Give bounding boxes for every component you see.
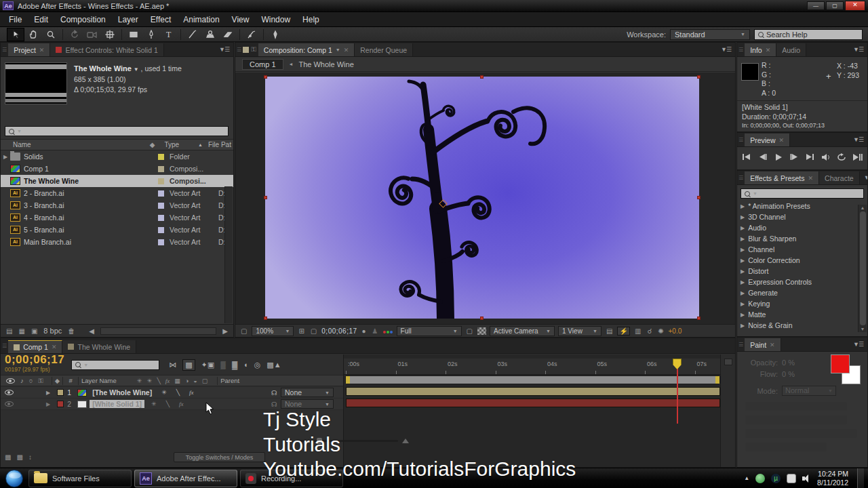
project-item-4-branch-ai[interactable]: Ai4 - Branch.aiVector ArtD: [1,211,233,224]
label-swatch[interactable] [158,239,164,245]
interpret-footage-icon[interactable]: ▤ [6,327,12,335]
toggle-switches-modes-button[interactable]: Toggle Switches / Modes [174,452,265,462]
menu-edit[interactable]: Edit [28,13,54,26]
tab-audio[interactable]: Audio [776,43,806,56]
project-bit-depth[interactable]: 8 bpc [43,327,62,335]
timeline-vscrollbar[interactable] [720,354,735,467]
show-channel-icon[interactable] [383,327,393,335]
loop-button[interactable] [835,151,848,163]
minimize-button[interactable]: — [807,1,825,10]
magnification-dropdown[interactable]: 100%▼ [252,326,294,336]
label-swatch[interactable] [158,178,164,184]
tray-expand-icon[interactable]: ▲ [744,475,749,481]
label-swatch[interactable] [158,154,164,160]
tab-paint[interactable]: Paint✕ [745,338,781,351]
grid-guides-icon[interactable]: ⊞ [297,327,305,335]
panel-menu-icon[interactable]: ▼☰ [215,46,233,53]
collapse-switch[interactable]: ✳ [161,389,167,396]
project-item-main-branch-ai[interactable]: AiMain Branch.aiVector ArtD: [1,236,233,248]
project-scrollbar[interactable] [224,186,233,323]
visibility-toggle[interactable] [5,390,14,395]
composition-viewer[interactable] [235,73,735,324]
selection-handle[interactable] [480,75,484,79]
menu-composition[interactable]: Composition [54,13,112,26]
project-item-2-branch-ai[interactable]: Ai2 - Branch.aiVector ArtD: [1,187,233,199]
first-frame-button[interactable] [740,151,753,163]
reset-exposure-icon[interactable]: ✺ [656,327,665,335]
collapse-switch[interactable]: ✳ [151,401,157,407]
trash-icon[interactable]: 🗑 [68,327,75,335]
last-frame-button[interactable] [804,151,817,163]
camera-dropdown[interactable]: Active Camera▼ [490,326,555,336]
graph-editor-icon[interactable]: ▩▲ [267,361,281,369]
breadcrumb-comp[interactable]: Comp 1 [242,59,283,70]
exposure-value[interactable]: +0.0 [669,327,682,335]
tab-info[interactable]: Info✕ [745,43,776,56]
effects-category-audio[interactable]: ▶Audio [737,222,867,233]
layer-name-column[interactable]: Layer Name [81,377,117,384]
flowchart-icon[interactable]: ☌ [646,327,653,335]
timeline-search[interactable]: ▼ [71,360,159,370]
fast-preview-icon[interactable]: ⚡ [617,327,629,336]
timeline-button-icon[interactable]: ▥ [633,327,642,335]
hand-tool[interactable] [24,28,42,41]
tab-effect-controls[interactable]: Effect Controls: White Solid 1 [50,43,163,56]
twirl-icon[interactable]: ▶ [741,236,745,242]
tab-timeline-comp1[interactable]: Comp 1✕ [8,340,62,353]
menu-animation[interactable]: Animation [177,13,225,26]
transparency-grid-icon[interactable] [477,327,486,335]
paint-opacity-value[interactable]: 0 % [782,357,795,369]
layer-name[interactable]: [White Solid 1] [90,400,144,408]
project-item-solids[interactable]: ▶SolidsFolder [1,150,233,163]
effects-search[interactable]: ▼ [741,188,864,199]
selection-handle[interactable] [697,75,701,79]
taskbar-button-software-files[interactable]: Software Files [28,470,132,487]
layer-duration-bar-1[interactable] [346,387,720,396]
work-area-bar[interactable] [345,375,720,384]
label-swatch[interactable] [158,203,164,209]
search-help-box[interactable]: Search Help [754,29,863,40]
work-area-start-handle[interactable] [346,376,350,384]
project-column-headers[interactable]: Name ◆ Type ▲ File Pat [1,139,233,150]
current-time[interactable]: 0;00;06;17 [321,327,357,335]
twirl-icon[interactable]: ▶ [741,258,745,264]
effects-category--animation-presets[interactable]: ▶* Animation Presets [737,201,867,211]
zoom-tool[interactable] [42,28,60,41]
resolution-dropdown[interactable]: Full▼ [397,326,462,336]
draft-3d-icon[interactable]: ✦▣ [201,361,215,369]
effects-category-keying[interactable]: ▶Keying [737,298,867,309]
expand-time-icon[interactable]: ↕ [28,453,32,461]
project-item-5-branch-ai[interactable]: Ai5 - Branch.aiVector ArtD: [1,224,233,236]
foreground-color-swatch[interactable] [831,354,850,373]
selection-handle[interactable] [264,75,267,79]
twirl-icon[interactable]: ▶ [741,225,745,231]
maximize-button[interactable]: ▢ [826,1,844,10]
mask-visibility-icon[interactable]: ▢ [309,327,318,335]
show-desktop-button[interactable] [857,468,864,488]
twirl-icon[interactable]: ▶ [741,268,745,274]
twirl-icon[interactable]: ▶ [46,401,50,407]
menu-effect[interactable]: Effect [144,13,177,26]
tab-project[interactable]: Project✕ [8,43,50,56]
always-preview-icon[interactable]: ▢ [239,327,248,335]
region-of-interest-icon[interactable]: ▢ [465,327,474,335]
tab-composition[interactable]: Composition: Comp 1▼✕ [258,43,355,56]
selection-handle[interactable] [480,317,484,320]
roto-brush-tool[interactable] [243,28,260,41]
twirl-icon[interactable]: ▶ [741,301,745,307]
selection-tool[interactable] [7,28,24,41]
project-item-the-whole-wine[interactable]: The Whole WineComposi... [1,175,233,187]
label-swatch[interactable] [158,215,164,221]
twirl-icon[interactable]: ▶ [741,214,745,220]
menu-window[interactable]: Window [255,13,296,26]
layer-name[interactable]: [The Whole Wine] [90,388,155,396]
snapshot-icon[interactable]: ● [361,327,368,335]
quality-switch[interactable]: ╲ [176,389,180,396]
tab-preview[interactable]: Preview✕ [745,134,790,146]
scroll-left-icon[interactable]: ◀ [89,327,94,335]
breadcrumb-parent[interactable]: The Whole Wine [298,60,353,68]
tab-effects-presets[interactable]: Effects & Presets✕ [745,171,819,184]
fx-switch[interactable]: fx [189,389,194,396]
volume-tray-icon[interactable] [802,474,811,483]
rotation-tool[interactable] [66,28,83,41]
